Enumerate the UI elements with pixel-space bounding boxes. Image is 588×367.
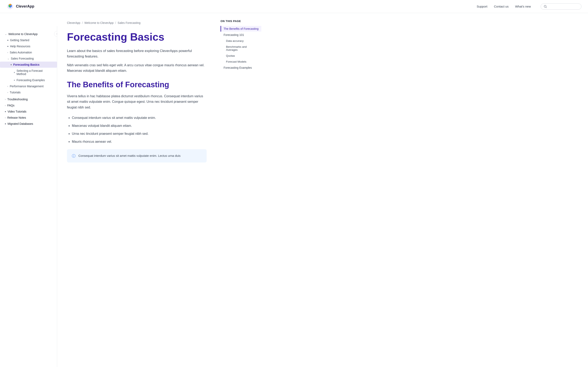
header-nav: Support Contact us What's new — [477, 3, 581, 9]
info-icon: ⓘ — [72, 154, 76, 158]
list-item: Urna nec tincidunt praesent semper feugi… — [72, 131, 207, 136]
chevron-right-icon: › — [5, 98, 6, 100]
breadcrumb-current: Sales Forecasting — [118, 21, 140, 25]
chevron-down-icon: ⌄ — [5, 33, 7, 35]
sidebar-item-release-notes[interactable]: › Release Notes — [0, 115, 57, 121]
chevron-right-icon: › — [5, 104, 6, 107]
toc-item-benchmarks[interactable]: Benchmarks and Averages — [221, 44, 261, 53]
sidebar-item-selecting-forecast[interactable]: Selecting a Forecast Method — [0, 68, 57, 77]
intro-paragraph: Learn about the basics of sales forecast… — [67, 48, 207, 59]
section-paragraph: Viverra tellus in hac habitasse platea d… — [67, 93, 207, 110]
sidebar-item-sales-forecasting[interactable]: ⌄ Sales Forecasting — [0, 55, 57, 62]
toc-item-data-accuracy[interactable]: Data accuracy — [221, 38, 261, 44]
nav-contact[interactable]: Contact us — [494, 5, 509, 8]
nav-support[interactable]: Support — [477, 5, 488, 8]
nav-whats-new[interactable]: What's new — [515, 5, 531, 8]
on-this-page-title: On this Page — [221, 20, 261, 23]
info-text: Consequat interdum varius sit amet matti… — [78, 153, 181, 158]
svg-line-7 — [546, 7, 546, 8]
sidebar-item-performance-management[interactable]: › Performance Management — [0, 83, 57, 89]
chevron-down-icon: ⌄ — [7, 57, 9, 60]
sidebar-item-migrated-databases[interactable]: Migrated Databases — [0, 121, 57, 127]
body-paragraph: Nibh venenatis cras sed felis eget velit… — [67, 62, 207, 73]
sidebar-item-tutorials[interactable]: › Tutorials — [0, 89, 57, 95]
search-bar[interactable] — [541, 3, 581, 9]
logo-area[interactable]: CleverApp — [7, 3, 34, 10]
toc-item-benefits[interactable]: The Benefits of Forecasting — [221, 26, 261, 32]
breadcrumb-separator: / — [82, 21, 83, 25]
info-box: ⓘ Consequat interdum varius sit amet mat… — [67, 149, 207, 162]
sidebar-item-troubleshooting[interactable]: › Troubleshooting — [0, 96, 57, 102]
logo-icon — [7, 3, 14, 10]
sidebar-item-forecasting-basics[interactable]: Forecasting Basics — [0, 62, 57, 68]
toc-item-forecasting101[interactable]: Forecasting 101 — [221, 32, 261, 38]
toc-item-quotas[interactable]: Quotas — [221, 53, 261, 58]
chevron-right-icon: › — [7, 85, 8, 87]
toc-item-forecast-models[interactable]: Forecast Models — [221, 59, 261, 64]
benefits-list: Consequat interdum varius sit amet matti… — [72, 115, 207, 145]
sidebar: ‹ ⌄ Welcome to CleverApp Getting Started… — [0, 26, 57, 367]
dot-icon — [5, 111, 6, 112]
chevron-right-icon: › — [7, 91, 8, 94]
dot-icon — [5, 123, 6, 124]
sidebar-item-sales-automation[interactable]: › Sales Automation — [0, 49, 57, 55]
dot-icon — [14, 80, 15, 81]
sidebar-item-help-resources[interactable]: Help Resources — [0, 43, 57, 49]
breadcrumb: CleverApp / Welcome to CleverApp / Sales… — [67, 21, 207, 25]
list-item: Maecenas volutpat blandit aliquam etiam. — [72, 123, 207, 128]
breadcrumb-link-2[interactable]: Welcome to CleverApp — [84, 21, 113, 25]
page-title: Forecasting Basics — [67, 31, 207, 43]
right-panel: On this Page The Benefits of Forecasting… — [216, 13, 265, 367]
dot-icon — [7, 40, 8, 41]
sidebar-item-welcome[interactable]: ⌄ Welcome to CleverApp — [0, 31, 57, 37]
breadcrumb-link-1[interactable]: CleverApp — [67, 21, 80, 25]
chevron-right-icon: › — [7, 51, 8, 54]
section-title-benefits: The Benefits of Forecasting — [67, 80, 207, 90]
sidebar-item-getting-started[interactable]: Getting Started — [0, 37, 57, 43]
breadcrumb-separator: / — [115, 21, 116, 25]
dot-icon — [11, 64, 12, 65]
sidebar-item-forecasting-examples[interactable]: Forecasting Examples — [0, 77, 57, 83]
list-item: Mauris rhoncus aenean vel. — [72, 139, 207, 144]
sidebar-item-faqs[interactable]: › FAQs — [0, 102, 57, 108]
chevron-right-icon: › — [5, 117, 6, 119]
page-layout: ‹ ⌄ Welcome to CleverApp Getting Started… — [0, 13, 588, 367]
dot-icon — [7, 46, 8, 47]
toc-item-forecasting-examples[interactable]: Forecasting Examples — [221, 65, 261, 71]
sidebar-item-video-tutorials[interactable]: Video Tutorials — [0, 108, 57, 115]
search-icon — [544, 5, 547, 8]
app-name: CleverApp — [16, 4, 34, 8]
main-content: CleverApp / Welcome to CleverApp / Sales… — [57, 13, 216, 367]
dot-icon — [14, 72, 15, 73]
list-item: Consequat interdum varius sit amet matti… — [72, 115, 207, 120]
header: CleverApp Support Contact us What's new — [0, 0, 588, 13]
